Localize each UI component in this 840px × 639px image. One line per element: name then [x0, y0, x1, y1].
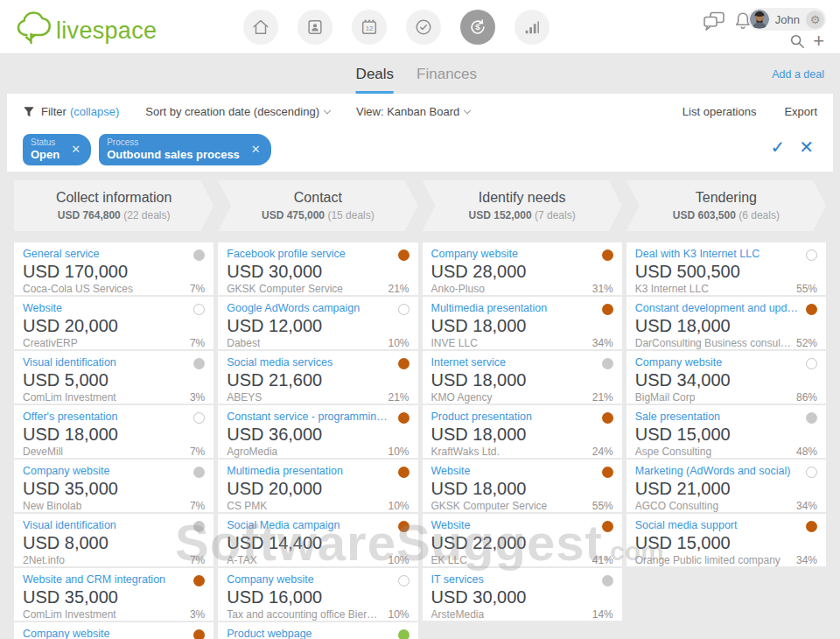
deal-title-link[interactable]: Sale presentation — [635, 411, 817, 424]
deal-card[interactable]: WebsiteUSD 22,000EK LLC41% — [423, 514, 622, 566]
deal-card[interactable]: Offer's presentationUSD 18,000DeveMill7% — [14, 405, 214, 458]
deal-probability: 10% — [388, 554, 409, 567]
deal-title-link[interactable]: Marketing (AdWords and social) — [635, 465, 817, 478]
deal-status-dot — [398, 249, 410, 261]
svg-text:$: $ — [475, 22, 480, 32]
deal-title-link[interactable]: Social media services — [227, 356, 409, 369]
deal-card[interactable]: IT servicesUSD 30,000ArsteMedia14% — [423, 568, 622, 621]
deal-card[interactable]: Social media supportUSD 15,000Orange Pub… — [626, 514, 826, 566]
add-deal-link[interactable]: Add a deal — [772, 68, 824, 81]
deal-card[interactable]: WebsiteUSD 20,000CreativERP7% — [14, 297, 214, 349]
deal-card[interactable]: General serviceUSD 170,000Coca-Cola US S… — [14, 242, 214, 295]
deal-card[interactable]: Deal with K3 Internet LLCUSD 500,500K3 I… — [626, 242, 826, 295]
deal-card[interactable]: Company websiteUSD 34,000BigMail Corp86% — [626, 351, 826, 404]
deal-title-link[interactable]: Visual identification — [23, 519, 205, 532]
tab-finances[interactable]: Finances — [416, 54, 477, 94]
deals-icon[interactable]: $ — [460, 10, 495, 45]
home-icon[interactable] — [243, 10, 278, 45]
deal-card[interactable]: Multimedia presentationUSD 18,000INVE LL… — [423, 297, 622, 349]
tab-deals[interactable]: Deals — [356, 54, 394, 94]
deal-status-dot — [602, 575, 613, 586]
deal-card[interactable]: Sale presentationUSD 15,000Aspe Consulti… — [626, 405, 826, 458]
deal-title-link[interactable]: Product presentation — [431, 411, 613, 424]
deal-title-link[interactable]: Company website — [635, 356, 817, 369]
deal-probability: 21% — [388, 391, 409, 404]
column-header[interactable]: ContactUSD 475,000 (15 deals) — [218, 180, 417, 231]
column-header[interactable]: TenderingUSD 603,500 (6 deals) — [626, 180, 826, 231]
chip-remove-icon[interactable]: ✕ — [71, 143, 80, 156]
filter-chip[interactable]: StatusOpen✕ — [23, 134, 91, 165]
view-dropdown[interactable]: View: Kanban Board — [356, 105, 470, 118]
deal-card[interactable]: Internet serviceUSD 18,000KMO Agency21% — [423, 351, 622, 404]
deal-card[interactable]: Product presentationUSD 18,000KraftWaks … — [423, 405, 622, 458]
column-summary-count: (15 deals) — [325, 209, 374, 221]
deal-status-dot — [398, 412, 410, 424]
deal-title-link[interactable]: Website — [23, 302, 205, 315]
deal-card[interactable]: Visual identificationUSD 5,000ComLim Inv… — [14, 351, 214, 404]
deal-title-link[interactable]: Facebook profile service — [227, 248, 409, 261]
deal-title-link[interactable]: Company website — [23, 628, 205, 639]
deal-card[interactable]: Constant service - programming wo...USD … — [218, 405, 417, 458]
deal-title-link[interactable]: Website — [431, 465, 613, 478]
filter-collapse-link[interactable]: (collapse) — [70, 105, 119, 118]
tasks-icon[interactable] — [406, 10, 441, 45]
deal-title-link[interactable]: Company website — [23, 465, 205, 478]
deal-card[interactable]: Company website — [14, 622, 214, 639]
deal-footer: AGCO Consulting34% — [635, 500, 817, 513]
export-link[interactable]: Export — [784, 105, 817, 118]
deal-title-link[interactable]: Website — [431, 519, 613, 532]
deal-title-link[interactable]: General service — [23, 248, 205, 261]
deal-title-link[interactable]: Product webpage — [227, 628, 409, 639]
deal-card[interactable]: Social Media campaignUSD 14,400A-TAX10% — [218, 514, 417, 566]
deal-title-link[interactable]: Website and CRM integration — [23, 573, 205, 586]
deal-title-link[interactable]: Deal with K3 Internet LLC — [635, 248, 817, 261]
column-header[interactable]: Collect informationUSD 764,800 (22 deals… — [14, 180, 214, 231]
deal-title-link[interactable]: Visual identification — [23, 356, 205, 369]
deal-title-link[interactable]: Social media support — [635, 519, 817, 532]
deal-card[interactable]: Marketing (AdWords and social)USD 21,000… — [626, 460, 826, 512]
sort-dropdown[interactable]: Sort by creation date (descending) — [145, 105, 330, 118]
deal-title-link[interactable]: Google AdWords campaign — [227, 302, 409, 315]
deal-card[interactable]: WebsiteUSD 18,000GKSK Computer Service55… — [423, 460, 622, 512]
list-operations-link[interactable]: List operations — [682, 105, 757, 118]
search-add-group: + — [789, 33, 824, 49]
deal-card[interactable]: Company websiteUSD 35,000New Binolab7% — [14, 460, 214, 512]
deal-card[interactable]: Website and CRM integrationUSD 35,000Com… — [14, 568, 214, 621]
chip-remove-icon[interactable]: ✕ — [251, 143, 261, 156]
deal-title-link[interactable]: Internet service — [431, 356, 613, 369]
deal-card[interactable]: Google AdWords campaignUSD 12,000Dabest1… — [218, 297, 417, 349]
deal-card[interactable]: Visual identificationUSD 8,0002Net.info7… — [14, 514, 214, 566]
deal-title-link[interactable]: Offer's presentation — [23, 411, 205, 424]
search-icon[interactable] — [789, 33, 805, 49]
column-header[interactable]: Identify needsUSD 152,000 (7 deals) — [423, 180, 622, 231]
deal-title-link[interactable]: Company website — [431, 248, 613, 261]
add-icon[interactable]: + — [813, 33, 824, 49]
clear-filters-x-icon[interactable]: ✕ — [799, 137, 814, 157]
deal-title-link[interactable]: Constant service - programming wo... — [227, 411, 409, 424]
apply-filters-check-icon[interactable]: ✓ — [770, 137, 785, 157]
deal-title-link[interactable]: Constant development and updatin... — [635, 302, 817, 315]
deal-title-link[interactable]: Multimedia presentation — [227, 465, 409, 478]
deal-card[interactable]: Multimedia presentationUSD 20,000CS PMK1… — [218, 460, 417, 512]
chat-icon[interactable] — [702, 11, 726, 31]
deal-card[interactable]: Facebook profile serviceUSD 30,000GKSK C… — [218, 242, 417, 295]
deal-card[interactable]: Constant development and updatin...USD 1… — [626, 297, 826, 349]
deal-card[interactable]: Company websiteUSD 28,000Anko-Pluso31% — [423, 242, 622, 295]
deal-title-link[interactable]: Multimedia presentation — [431, 302, 613, 315]
user-menu[interactable]: John ⚙ — [748, 8, 826, 31]
deal-title-link[interactable]: Company website — [227, 573, 409, 586]
deal-card[interactable]: Product webpage — [218, 622, 417, 639]
deal-amount: USD 18,000 — [635, 315, 817, 336]
deal-title-link[interactable]: IT services — [431, 573, 613, 586]
deal-title-link[interactable]: Social Media campaign — [227, 519, 409, 532]
deal-card[interactable]: Social media servicesUSD 21,600ABEYS21% — [218, 351, 417, 404]
filter-chip[interactable]: ProcessOutbound sales process✕ — [99, 134, 271, 165]
deal-card[interactable]: Company websiteUSD 16,000Tax and account… — [218, 568, 417, 621]
contacts-icon[interactable] — [298, 10, 332, 45]
stats-icon[interactable] — [514, 10, 550, 45]
calendar-icon[interactable]: 12 — [352, 10, 387, 45]
livespace-logo[interactable]: livespace — [14, 7, 157, 47]
logo-wordmark: livespace — [56, 18, 157, 45]
deal-footer: K3 Internet LLC55% — [635, 283, 817, 296]
settings-gear-icon[interactable]: ⚙ — [806, 11, 824, 29]
